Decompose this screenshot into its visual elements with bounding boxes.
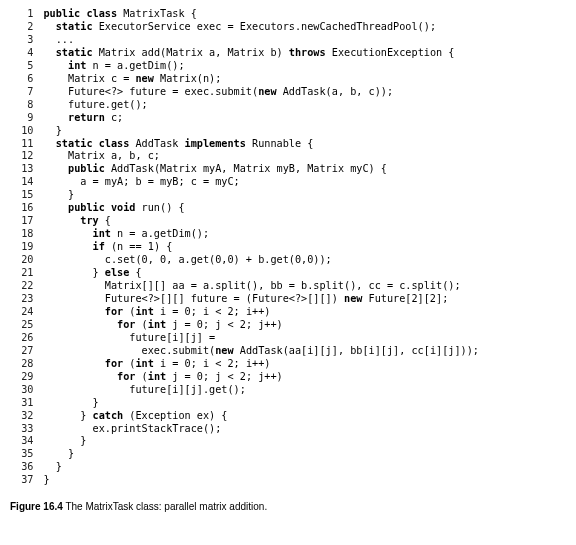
line-number: 19 (10, 241, 33, 254)
keyword: return (68, 112, 105, 123)
keyword: int (68, 60, 86, 71)
code-line: static Matrix add(Matrix a, Matrix b) th… (43, 47, 479, 60)
code-line: public AddTask(Matrix myA, Matrix myB, M… (43, 163, 479, 176)
code-line: a = myA; b = myB; c = myC; (43, 176, 479, 189)
keyword: new (258, 86, 276, 97)
line-number: 7 (10, 86, 33, 99)
line-number: 31 (10, 397, 33, 410)
keyword: int (135, 306, 153, 317)
code-line: for (int j = 0; j < 2; j++) (43, 319, 479, 332)
line-number: 11 (10, 138, 33, 151)
line-number: 16 (10, 202, 33, 215)
keyword: try (80, 215, 98, 226)
keyword: int (148, 319, 166, 330)
keyword: public (68, 163, 105, 174)
figure-caption: Figure 16.4 The MatrixTask class: parall… (10, 501, 566, 512)
code-block: 1234567891011121314151617181920212223242… (10, 8, 566, 487)
code-line: } catch (Exception ex) { (43, 410, 479, 423)
line-number: 1 (10, 8, 33, 21)
code-line: ... (43, 34, 479, 47)
line-number: 33 (10, 423, 33, 436)
line-number: 36 (10, 461, 33, 474)
code-line: exec.submit(new AddTask(aa[i][j], bb[i][… (43, 345, 479, 358)
keyword: new (215, 345, 233, 356)
line-number: 30 (10, 384, 33, 397)
line-number: 35 (10, 448, 33, 461)
code-line: } (43, 125, 479, 138)
line-number: 27 (10, 345, 33, 358)
line-number: 10 (10, 125, 33, 138)
line-number: 37 (10, 474, 33, 487)
keyword: for (105, 358, 123, 369)
keyword: new (135, 73, 153, 84)
line-number: 25 (10, 319, 33, 332)
code-line: try { (43, 215, 479, 228)
keyword: else (105, 267, 130, 278)
code-line: int n = a.getDim(); (43, 60, 479, 73)
line-number: 22 (10, 280, 33, 293)
line-number: 2 (10, 21, 33, 34)
line-number: 3 (10, 34, 33, 47)
code-line: for (int i = 0; i < 2; i++) (43, 306, 479, 319)
line-number: 34 (10, 435, 33, 448)
code-line: public void run() { (43, 202, 479, 215)
line-number: 8 (10, 99, 33, 112)
line-number: 32 (10, 410, 33, 423)
line-number-gutter: 1234567891011121314151617181920212223242… (10, 8, 33, 487)
keyword: for (117, 371, 135, 382)
code-line: Future<?> future = exec.submit(new AddTa… (43, 86, 479, 99)
code-line: future.get(); (43, 99, 479, 112)
line-number: 14 (10, 176, 33, 189)
code-line: } (43, 474, 479, 487)
code-line: return c; (43, 112, 479, 125)
code-line: Matrix a, b, c; (43, 150, 479, 163)
line-number: 20 (10, 254, 33, 267)
keyword: public void (68, 202, 135, 213)
code-line: for (int j = 0; j < 2; j++) (43, 371, 479, 384)
code-line: if (n == 1) { (43, 241, 479, 254)
line-number: 12 (10, 150, 33, 163)
figure-caption-body: The MatrixTask class: parallel matrix ad… (65, 501, 267, 512)
line-number: 9 (10, 112, 33, 125)
line-number: 13 (10, 163, 33, 176)
line-number: 21 (10, 267, 33, 280)
keyword: int (93, 228, 111, 239)
code-line: ex.printStackTrace(); (43, 423, 479, 436)
line-number: 29 (10, 371, 33, 384)
keyword: static (56, 47, 93, 58)
line-number: 17 (10, 215, 33, 228)
line-number: 28 (10, 358, 33, 371)
code-line: static class AddTask implements Runnable… (43, 138, 479, 151)
keyword: throws (289, 47, 326, 58)
keyword: new (344, 293, 362, 304)
code-line: } (43, 397, 479, 410)
code-line: } (43, 461, 479, 474)
line-number: 5 (10, 60, 33, 73)
code-line: c.set(0, 0, a.get(0,0) + b.get(0,0)); (43, 254, 479, 267)
code-line: static ExecutorService exec = Executors.… (43, 21, 479, 34)
code-line: future[i][j].get(); (43, 384, 479, 397)
code-line: } else { (43, 267, 479, 280)
keyword: for (105, 306, 123, 317)
code-line: Future<?>[][] future = (Future<?>[][]) n… (43, 293, 479, 306)
keyword: static (56, 21, 93, 32)
code-line: public class MatrixTask { (43, 8, 479, 21)
line-number: 4 (10, 47, 33, 60)
code-line: int n = a.getDim(); (43, 228, 479, 241)
code-line: future[i][j] = (43, 332, 479, 345)
code-figure: 1234567891011121314151617181920212223242… (0, 0, 576, 520)
keyword: public class (43, 8, 117, 19)
keyword: static class (56, 138, 130, 149)
line-number: 26 (10, 332, 33, 345)
keyword: catch (93, 410, 124, 421)
keyword: if (93, 241, 105, 252)
keyword: for (117, 319, 135, 330)
code-line: } (43, 435, 479, 448)
code-listing: public class MatrixTask { static Executo… (43, 8, 479, 487)
code-line: for (int i = 0; i < 2; i++) (43, 358, 479, 371)
line-number: 6 (10, 73, 33, 86)
figure-label: Figure 16.4 (10, 501, 63, 512)
line-number: 15 (10, 189, 33, 202)
line-number: 18 (10, 228, 33, 241)
code-line: } (43, 189, 479, 202)
